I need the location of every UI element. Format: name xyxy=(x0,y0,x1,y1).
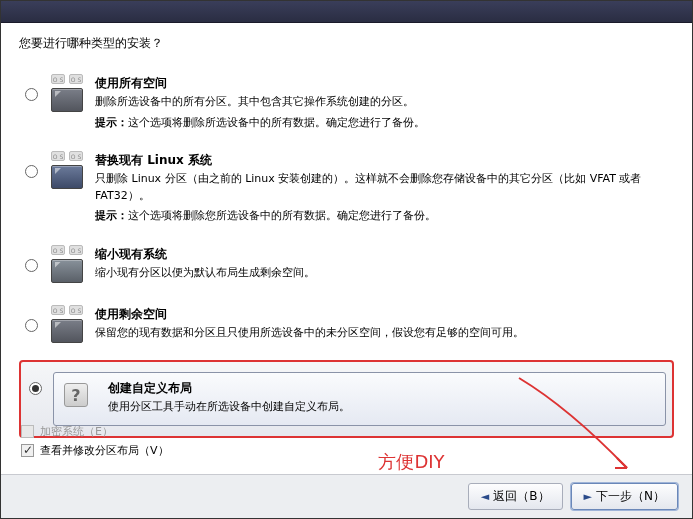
arrow-left-icon: ◄ xyxy=(481,490,489,503)
option-title: 替换现有 Linux 系统 xyxy=(95,151,670,169)
disk-icon: O S O S xyxy=(49,245,85,285)
annotation-diy: 方便DIY xyxy=(149,450,674,474)
radio-use-all[interactable] xyxy=(25,88,38,101)
option-title: 使用剩余空间 xyxy=(95,305,670,323)
check-review-row[interactable]: 查看并修改分区布局（V） xyxy=(21,443,169,458)
question-icon: ? xyxy=(62,379,98,409)
option-title: 创建自定义布局 xyxy=(108,379,657,397)
checkbox-encrypt xyxy=(21,425,34,438)
checkbox-review[interactable] xyxy=(21,444,34,457)
install-type-options: O S O S 使用所有空间 删除所选设备中的所有分区。其中包含其它操作系统创建… xyxy=(19,68,674,442)
installer-content: 您要进行哪种类型的安装？ O S O S 使用所有空间 删除所选设备中的所有分区… xyxy=(1,23,692,474)
option-warn: 提示：这个选项将删除所选设备中的所有数据。确定您进行了备份。 xyxy=(95,115,670,132)
next-button[interactable]: ► 下一步（N） xyxy=(571,483,678,510)
option-use-free[interactable]: O S O S 使用剩余空间 保留您的现有数据和分区且只使用所选设备中的未分区空… xyxy=(19,299,674,352)
option-shrink[interactable]: O S O S 缩小现有系统 缩小现有分区以便为默认布局生成剩余空间。 xyxy=(19,239,674,292)
radio-replace-linux[interactable] xyxy=(25,165,38,178)
check-review-label: 查看并修改分区布局（V） xyxy=(40,443,169,458)
install-type-prompt: 您要进行哪种类型的安装？ xyxy=(19,35,674,52)
radio-custom[interactable] xyxy=(29,382,42,395)
option-warn: 提示：这个选项将删除您所选设备中的所有数据。确定您进行了备份。 xyxy=(95,208,670,225)
check-encrypt-row: 加密系统（E） xyxy=(21,424,169,439)
option-desc: 删除所选设备中的所有分区。其中包含其它操作系统创建的分区。 xyxy=(95,94,670,111)
disk-icon: O S O S xyxy=(49,74,85,114)
window-titlebar xyxy=(1,1,692,23)
option-desc: 使用分区工具手动在所选设备中创建自定义布局。 xyxy=(108,399,657,416)
check-encrypt-label: 加密系统（E） xyxy=(40,424,113,439)
disk-icon: O S O S xyxy=(49,151,85,191)
wizard-footer: ◄ 返回（B） ► 下一步（N） xyxy=(1,474,692,518)
radio-use-free[interactable] xyxy=(25,319,38,332)
back-button[interactable]: ◄ 返回（B） xyxy=(468,483,563,510)
option-use-all-space[interactable]: O S O S 使用所有空间 删除所选设备中的所有分区。其中包含其它操作系统创建… xyxy=(19,68,674,137)
bottom-checkboxes: 加密系统（E） 查看并修改分区布局（V） xyxy=(21,424,169,458)
option-desc: 缩小现有分区以便为默认布局生成剩余空间。 xyxy=(95,265,670,282)
option-replace-linux[interactable]: O S O S 替换现有 Linux 系统 只删除 Linux 分区（由之前的 … xyxy=(19,145,674,231)
option-desc: 保留您的现有数据和分区且只使用所选设备中的未分区空间，假设您有足够的空间可用。 xyxy=(95,325,670,342)
arrow-right-icon: ► xyxy=(584,490,592,503)
option-title: 使用所有空间 xyxy=(95,74,670,92)
radio-shrink[interactable] xyxy=(25,259,38,272)
disk-icon: O S O S xyxy=(49,305,85,345)
option-title: 缩小现有系统 xyxy=(95,245,670,263)
option-desc: 只删除 Linux 分区（由之前的 Linux 安装创建的）。这样就不会删除您存… xyxy=(95,171,670,204)
